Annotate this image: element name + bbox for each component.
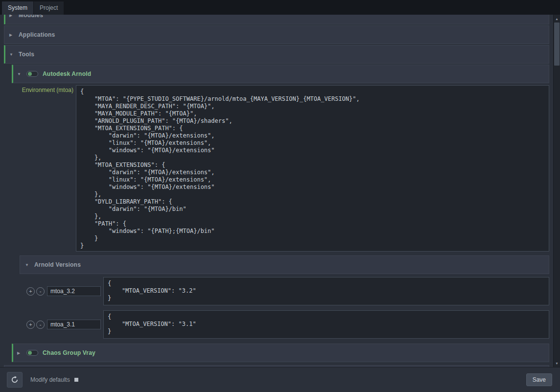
scroll-up-icon[interactable]: ▲	[554, 15, 560, 22]
refresh-button[interactable]	[7, 372, 23, 388]
enabled-toggle-icon[interactable]	[26, 71, 38, 77]
chevron-down-icon: ▼	[17, 72, 22, 76]
footer-bar: Modify defaults Save	[0, 367, 560, 392]
remove-version-button[interactable]: -	[36, 287, 45, 296]
settings-window: System Project ▶ Modules ▶ Applications …	[0, 0, 560, 392]
version-key-input[interactable]	[47, 286, 101, 296]
section-header-applications[interactable]: ▶ Applications	[4, 25, 549, 44]
refresh-icon	[11, 376, 19, 384]
section-header-chaos-group-vray[interactable]: ▶ Chaos Group Vray	[12, 344, 549, 362]
tab-bar: System Project	[0, 0, 560, 15]
remove-version-button[interactable]: -	[36, 321, 45, 329]
scrollbar-thumb[interactable]	[554, 23, 560, 66]
section-label-arnold-versions: Arnold Versions	[34, 261, 81, 268]
modify-defaults-label: Modify defaults	[30, 376, 70, 383]
tab-system[interactable]: System	[2, 1, 33, 15]
section-header-arnold-versions[interactable]: ▼ Arnold Versions	[20, 255, 549, 274]
add-version-button[interactable]: +	[26, 287, 35, 296]
section-label-applications: Applications	[19, 31, 55, 38]
chevron-down-icon: ▼	[9, 52, 14, 57]
scroll-down-icon[interactable]: ▼	[554, 360, 560, 367]
section-label-tools: Tools	[19, 51, 34, 58]
version-json-editor[interactable]: { "MTOA_VERSION": "3.2" }	[103, 277, 549, 305]
version-row: + - { "MTOA_VERSION": "3.1" }	[26, 310, 549, 339]
settings-content: ▶ Modules ▶ Applications ▼ Tools ▼ Autod…	[0, 15, 560, 367]
version-row: + - { "MTOA_VERSION": "3.2" }	[26, 277, 549, 305]
add-version-button[interactable]: +	[26, 321, 35, 329]
save-button[interactable]: Save	[526, 373, 552, 386]
section-header-autodesk-arnold[interactable]: ▼ Autodesk Arnold	[12, 65, 549, 83]
modify-defaults-checkbox[interactable]	[74, 378, 78, 382]
section-header-modules[interactable]: ▶ Modules	[4, 15, 549, 24]
section-header-tools[interactable]: ▼ Tools	[4, 45, 549, 64]
tab-project[interactable]: Project	[34, 1, 64, 15]
environment-label: Environment (mtoa)	[12, 85, 73, 93]
chevron-right-icon: ▶	[9, 33, 14, 37]
version-json-editor[interactable]: { "MTOA_VERSION": "3.1" }	[103, 310, 549, 339]
chevron-right-icon: ▶	[17, 351, 22, 355]
version-key-input[interactable]	[47, 320, 101, 329]
environment-json-editor[interactable]: { "MTOA": "{PYPE_STUDIO_SOFTWARE}/arnold…	[76, 85, 549, 252]
environment-field-row: Environment (mtoa) { "MTOA": "{PYPE_STUD…	[12, 85, 549, 252]
section-label-autodesk-arnold: Autodesk Arnold	[43, 70, 91, 77]
chevron-right-icon: ▶	[9, 15, 14, 18]
section-label-modules: Modules	[19, 15, 43, 19]
enabled-toggle-icon[interactable]	[26, 350, 38, 356]
section-label-chaos-group-vray: Chaos Group Vray	[43, 349, 95, 356]
vertical-scrollbar[interactable]: ▲ ▼	[553, 15, 560, 367]
chevron-down-icon: ▼	[25, 263, 30, 267]
